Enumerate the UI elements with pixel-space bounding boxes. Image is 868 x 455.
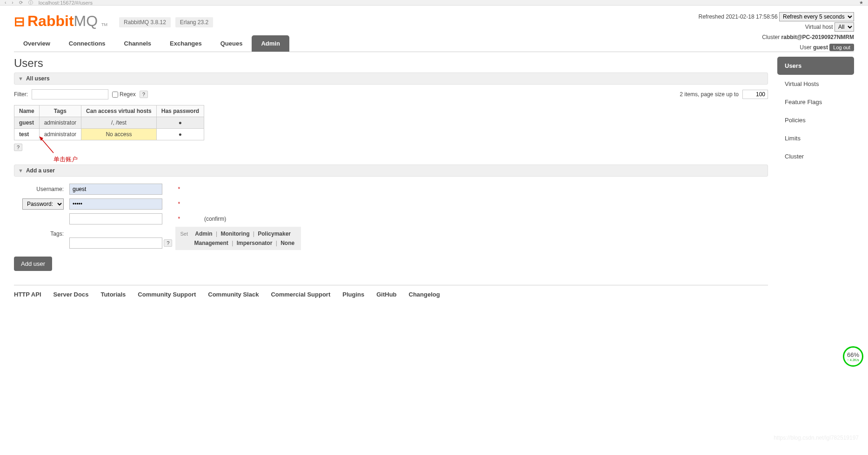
annotation-text: 单击账户	[53, 155, 78, 164]
tag-impersonator[interactable]: Impersonator	[235, 240, 274, 246]
refreshed-time: 2021-02-18 17:58:56	[726, 13, 777, 20]
main-content: Users ▼ All users Filter: Regex ? 2 item…	[14, 57, 768, 307]
disclosure-down-icon: ▼	[18, 168, 23, 173]
required-asterisk: *	[175, 212, 201, 226]
items-count-text: 2 items, page size up to	[680, 91, 739, 98]
vhost-select[interactable]: All	[835, 22, 854, 32]
nav-virtual-hosts[interactable]: Virtual Hosts	[777, 75, 854, 93]
all-users-title: All users	[26, 75, 50, 82]
tab-connections[interactable]: Connections	[60, 35, 115, 52]
user-link-guest[interactable]: guest	[14, 117, 40, 129]
tags-input[interactable]	[69, 237, 162, 249]
set-label: Set	[180, 231, 188, 237]
user-label: User	[800, 44, 811, 51]
regex-checkbox[interactable]	[112, 92, 118, 98]
cluster-label: Cluster	[762, 34, 780, 40]
all-users-section-header[interactable]: ▼ All users	[14, 73, 768, 85]
username-input[interactable]	[69, 184, 162, 195]
browser-address-bar: ‹ › ⟳ ⓘ localhost:15672/#/users ★	[0, 0, 868, 6]
reload-icon[interactable]: ⟳	[19, 0, 23, 5]
tag-management[interactable]: Management	[192, 240, 230, 246]
tab-queues[interactable]: Queues	[211, 35, 252, 52]
logo-brand-2: MQ	[74, 13, 98, 29]
col-tags[interactable]: Tags	[39, 106, 81, 117]
add-user-title: Add a user	[26, 167, 55, 174]
user-pwd: ●	[156, 117, 204, 129]
footer-links: HTTP API Server Docs Tutorials Community…	[14, 291, 768, 298]
tag-monitoring[interactable]: Monitoring	[219, 231, 251, 237]
footer-divider	[14, 285, 768, 285]
logo: ⊟ RabbitMQ TM	[14, 13, 107, 30]
url-text: localhost:15672/#/users	[39, 0, 93, 6]
refresh-interval-select[interactable]: Refresh every 5 seconds	[779, 12, 854, 21]
footer-plugins[interactable]: Plugins	[342, 291, 364, 298]
confirm-label: (confirm)	[202, 212, 301, 226]
password-input[interactable]	[69, 198, 162, 210]
forward-arrow-icon[interactable]: ›	[12, 0, 13, 5]
rabbit-logo-icon: ⊟	[14, 14, 25, 29]
logo-tm: TM	[101, 22, 107, 27]
rabbitmq-version-badge: RabbitMQ 3.8.12	[119, 17, 171, 27]
logo-brand-1: Rabbit	[27, 13, 74, 29]
password-type-select[interactable]: Password:	[22, 198, 64, 210]
tags-help-icon[interactable]: ?	[164, 239, 172, 247]
filter-input[interactable]	[32, 89, 108, 99]
footer-community-slack[interactable]: Community Slack	[208, 291, 259, 298]
nav-limits[interactable]: Limits	[777, 129, 854, 147]
footer-community-support[interactable]: Community Support	[138, 291, 196, 298]
footer-http-api[interactable]: HTTP API	[14, 291, 41, 298]
tags-presets: Set Admin | Monitoring | Policymaker Man…	[175, 227, 301, 250]
tab-overview[interactable]: Overview	[14, 35, 60, 52]
required-asterisk: *	[175, 182, 201, 196]
cluster-value: rabbit@PC-20190927NMRM	[781, 34, 854, 40]
nav-users[interactable]: Users	[777, 57, 854, 75]
tag-policymaker[interactable]: Policymaker	[256, 231, 293, 237]
user-access: /, /test	[81, 117, 157, 129]
user-tags: administrator	[39, 117, 81, 129]
right-nav: Users Virtual Hosts Feature Flags Polici…	[777, 57, 854, 307]
filter-help-icon[interactable]: ?	[140, 91, 148, 98]
table-help-icon[interactable]: ?	[14, 144, 22, 151]
username-label: Username:	[15, 182, 66, 196]
erlang-version-badge: Erlang 23.2	[175, 17, 213, 27]
col-access[interactable]: Can access virtual hosts	[81, 106, 157, 117]
footer-server-docs[interactable]: Server Docs	[53, 291, 89, 298]
tab-admin[interactable]: Admin	[252, 35, 289, 52]
disclosure-down-icon: ▼	[18, 76, 23, 81]
tab-exchanges[interactable]: Exchanges	[160, 35, 211, 52]
status-area: Refreshed 2021-02-18 17:58:56 Refresh ev…	[699, 12, 855, 53]
annotation-arrow-icon	[30, 134, 72, 158]
add-user-section-header[interactable]: ▼ Add a user	[14, 165, 768, 177]
add-user-button[interactable]: Add user	[14, 257, 52, 271]
filter-label: Filter:	[14, 91, 28, 98]
tab-channels[interactable]: Channels	[115, 35, 161, 52]
footer-tutorials[interactable]: Tutorials	[100, 291, 126, 298]
logout-button[interactable]: Log out	[829, 44, 854, 51]
tags-label: Tags:	[15, 227, 66, 250]
nav-policies[interactable]: Policies	[777, 111, 854, 129]
tag-none[interactable]: None	[279, 240, 296, 246]
table-row: guest administrator /, /test ●	[14, 117, 204, 129]
page-title: Users	[14, 57, 768, 70]
col-name[interactable]: Name	[14, 106, 40, 117]
user-value: guest	[813, 44, 828, 51]
col-password[interactable]: Has password	[156, 106, 204, 117]
page-size-input[interactable]	[742, 90, 768, 99]
footer-github[interactable]: GitHub	[376, 291, 396, 298]
page-header: ⊟ RabbitMQ TM RabbitMQ 3.8.12 Erlang 23.…	[14, 6, 854, 34]
footer-changelog[interactable]: Changelog	[409, 291, 440, 298]
regex-label: Regex	[120, 91, 136, 98]
info-icon[interactable]: ⓘ	[28, 0, 33, 6]
password-confirm-input[interactable]	[69, 213, 162, 224]
extension-icon[interactable]: ★	[859, 0, 863, 5]
nav-cluster[interactable]: Cluster	[777, 147, 854, 165]
vhost-label: Virtual host	[805, 24, 833, 30]
user-pwd: ●	[156, 129, 204, 140]
user-access: No access	[81, 129, 157, 140]
refreshed-label: Refreshed	[699, 13, 724, 20]
footer-commercial-support[interactable]: Commercial Support	[271, 291, 330, 298]
nav-feature-flags[interactable]: Feature Flags	[777, 93, 854, 111]
tag-admin[interactable]: Admin	[193, 231, 214, 237]
add-user-form: Username: * Password: *	[14, 181, 302, 251]
back-arrow-icon[interactable]: ‹	[5, 0, 6, 5]
